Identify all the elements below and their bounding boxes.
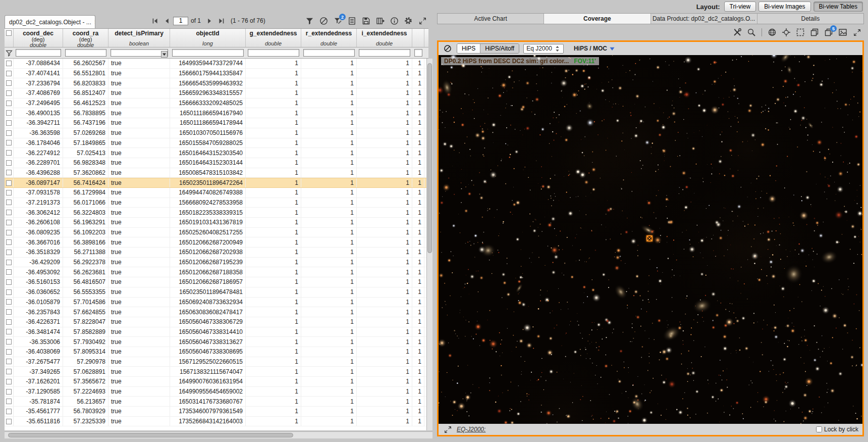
row-checkbox[interactable] xyxy=(6,349,12,355)
row-checkbox[interactable] xyxy=(6,80,12,86)
table-row[interactable]: -36.35300657.7930492true1650560467338313… xyxy=(5,337,428,347)
row-checkbox[interactable] xyxy=(6,210,12,215)
row-checkbox[interactable] xyxy=(6,289,12,295)
table-row[interactable]: -36.42920956.2922378true1650120662687195… xyxy=(5,258,428,268)
table-row[interactable]: -37.093157856.1729984true164994474082674… xyxy=(5,188,428,198)
text-view-icon[interactable] xyxy=(347,16,357,26)
column-header-clipped[interactable] xyxy=(412,29,424,47)
expand-icon[interactable] xyxy=(852,27,862,37)
row-checkbox[interactable] xyxy=(6,260,12,265)
row-checkbox[interactable] xyxy=(6,180,12,186)
hips-aitoff-toggle-button[interactable]: HiPS/Aitoff xyxy=(480,44,519,53)
tab-coverage[interactable]: Coverage xyxy=(544,14,650,24)
row-checkbox[interactable] xyxy=(6,409,12,414)
row-checkbox[interactable] xyxy=(6,110,12,116)
hips-toggle-button[interactable]: HiPS xyxy=(457,44,480,53)
table-row[interactable]: -37.162620157.3565672true164990076036163… xyxy=(5,377,428,387)
row-checkbox[interactable] xyxy=(6,71,12,76)
table-row[interactable]: -36.516015356.4816507true165012066268718… xyxy=(5,277,428,287)
filter-input-objectId[interactable] xyxy=(172,49,244,57)
row-checkbox[interactable] xyxy=(6,160,12,166)
previous-page-icon[interactable] xyxy=(161,16,172,26)
row-checkbox[interactable] xyxy=(6,359,12,364)
row-checkbox[interactable] xyxy=(6,399,12,404)
filter-input-i_extendedness[interactable] xyxy=(359,49,410,57)
table-row[interactable]: -37.088643456.2602567true164993594473372… xyxy=(5,59,428,69)
horizontal-scrollbar[interactable] xyxy=(5,431,432,438)
table-row[interactable]: -36.227491257.025413true1650164643152303… xyxy=(5,148,428,158)
table-row[interactable]: -37.407414156.5512801true156660175944133… xyxy=(5,69,428,79)
layout-button-tri-view[interactable]: Tri-view xyxy=(724,2,756,12)
table-row[interactable]: -37.267547757.290978true1567129525022660… xyxy=(5,357,428,367)
table-row[interactable]: -36.366701656.3898166true165012066268720… xyxy=(5,237,428,248)
table-row[interactable]: -36.348147457.8582889true165056046733831… xyxy=(5,327,428,337)
row-checkbox[interactable] xyxy=(6,239,12,245)
filter-icon[interactable] xyxy=(5,49,13,57)
row-checkbox[interactable] xyxy=(6,190,12,195)
select-area-icon[interactable] xyxy=(795,27,805,37)
select-all-checkbox[interactable] xyxy=(6,30,12,36)
column-header-objectId[interactable]: objectIdlong xyxy=(170,29,246,47)
grid-icon[interactable] xyxy=(767,27,777,37)
table-row[interactable]: -36.306241256.3224803true165018223533833… xyxy=(5,208,428,218)
row-checkbox[interactable] xyxy=(6,419,12,424)
table-row[interactable]: -36.260610856.1963291true165019103143136… xyxy=(5,218,428,228)
expand-icon[interactable] xyxy=(443,424,453,434)
row-checkbox[interactable] xyxy=(6,269,12,275)
hide-overlays-icon[interactable] xyxy=(443,43,453,54)
row-checkbox[interactable] xyxy=(6,230,12,235)
row-checkbox[interactable] xyxy=(6,319,12,325)
row-checkbox[interactable] xyxy=(6,309,12,315)
row-checkbox[interactable] xyxy=(6,369,12,374)
table-row[interactable]: -36.228970156.9828348true165016464315230… xyxy=(5,158,428,168)
column-header-coord_ra[interactable]: coord_ra(deg)double xyxy=(63,29,108,47)
table-row[interactable]: -37.408676956.8512407true156659296334831… xyxy=(5,88,428,99)
coord-system-select[interactable]: Eq J2000 xyxy=(523,44,564,54)
table-row[interactable]: -36.351832956.2711388true165012066268720… xyxy=(5,248,428,258)
row-checkbox[interactable] xyxy=(6,389,12,395)
table-row[interactable]: -37.249649556.4612523true156666333209248… xyxy=(5,99,428,109)
horizontal-scrollbar-thumb[interactable] xyxy=(8,433,293,437)
column-header-r_extendedness[interactable]: r_extendednessdouble xyxy=(301,29,357,47)
table-row[interactable]: -36.394271156.7437196true165011186659417… xyxy=(5,118,428,128)
lock-by-click-checkbox[interactable] xyxy=(816,426,822,432)
table-row[interactable]: -35.651181657.2325339true173526684314216… xyxy=(5,417,428,427)
table-row[interactable]: -37.233679456.8203833true156665453599946… xyxy=(5,78,428,88)
row-checkbox[interactable] xyxy=(6,90,12,96)
expand-icon[interactable] xyxy=(417,16,427,26)
layout-button-bi-view-tables[interactable]: Bi-view Tables xyxy=(813,2,863,12)
row-checkbox[interactable] xyxy=(6,339,12,345)
page-number-input[interactable] xyxy=(173,17,188,25)
vertical-scrollbar-thumb[interactable] xyxy=(427,63,432,253)
table-row[interactable]: -36.490013556.7838895true165011186659416… xyxy=(5,108,428,118)
catalog-overlay-icon[interactable]: 5 xyxy=(824,27,834,37)
tab-active-chart[interactable]: Active Chart xyxy=(438,14,544,24)
table-row[interactable]: -37.34926557.0628891true1567138321115674… xyxy=(5,367,428,377)
table-row[interactable]: -35.78187456.213657true16503141767336807… xyxy=(5,397,428,407)
next-page-icon[interactable] xyxy=(204,16,214,26)
filter-input-g_extendedness[interactable] xyxy=(248,49,299,57)
table-row[interactable]: -36.089714756.7416424true165023501189647… xyxy=(5,178,428,188)
table-row[interactable]: -36.36359857.0269268true1650103070501156… xyxy=(5,128,428,138)
last-page-icon[interactable] xyxy=(216,16,226,26)
table-row[interactable]: -36.235784357.6624855true165063083608247… xyxy=(5,307,428,317)
row-checkbox[interactable] xyxy=(6,150,12,156)
first-page-icon[interactable] xyxy=(150,16,160,26)
row-checkbox[interactable] xyxy=(6,220,12,225)
clear-filter-icon[interactable] xyxy=(318,16,329,26)
table-row[interactable]: -36.010587957.7014586true165069240873363… xyxy=(5,298,428,308)
filter-input-detect_isPrimary[interactable] xyxy=(111,49,168,57)
tab-data-product-dp02-dc2-catalogs-o[interactable]: Data Product: dp02_dc2_catalogs.O... xyxy=(651,14,757,24)
table-row[interactable]: -36.080923556.1092203true165025260408251… xyxy=(5,228,428,238)
advanced-filter-icon[interactable]: 2 xyxy=(333,16,343,26)
column-header-g_extendedness[interactable]: g_extendednessdouble xyxy=(246,29,301,47)
table-row[interactable]: -37.219137356.0171066true156668092427853… xyxy=(5,198,428,208)
table-row[interactable]: -35.456177756.7803929true173534600797936… xyxy=(5,407,428,417)
row-checkbox[interactable] xyxy=(6,140,12,145)
save-icon[interactable] xyxy=(361,16,371,26)
row-checkbox[interactable] xyxy=(6,61,12,66)
table-row[interactable]: -36.403806957.8095314true165056046733830… xyxy=(5,347,428,357)
table-row[interactable]: -37.129058557.2224693true164990955645465… xyxy=(5,387,428,397)
row-checkbox[interactable] xyxy=(6,279,12,285)
filter-input-clipped[interactable] xyxy=(414,49,422,57)
